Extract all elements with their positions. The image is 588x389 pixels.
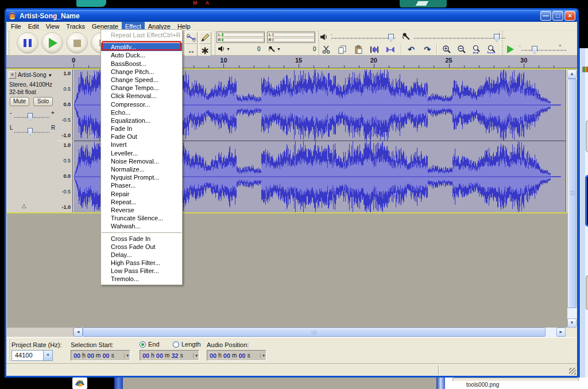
paste-button[interactable] xyxy=(351,44,365,55)
track-name-menu[interactable]: Artist-Song ▼ xyxy=(18,72,52,78)
input-meter-menu[interactable]: ▼ xyxy=(268,45,281,53)
draw-tool-button[interactable] xyxy=(199,32,211,44)
timeshift-tool-button[interactable]: ↔ xyxy=(185,44,198,57)
input-volume-slider[interactable] xyxy=(414,38,506,39)
copy-button[interactable] xyxy=(335,44,349,55)
combo-arrow-icon[interactable]: ▼ xyxy=(43,351,52,360)
timeline-ruler[interactable]: 051015202530 xyxy=(6,56,577,68)
radio-length-circle[interactable] xyxy=(173,341,179,348)
project-rate-combobox[interactable]: 44100 ▼ xyxy=(11,350,53,361)
zoom-fit-button[interactable] xyxy=(485,44,498,55)
pause-button[interactable] xyxy=(17,32,38,54)
menu-item-fade-out[interactable]: Fade Out xyxy=(101,133,182,141)
track-collapse-handle[interactable]: △ xyxy=(22,203,26,209)
resize-grip[interactable] xyxy=(569,368,576,375)
menu-effect[interactable]: Effect xyxy=(122,22,145,30)
radio-end[interactable]: End xyxy=(140,341,160,348)
menu-edit[interactable]: Edit xyxy=(25,22,42,30)
radio-end-circle[interactable] xyxy=(140,341,146,348)
menu-item-truncate-silence[interactable]: Truncate Silence... xyxy=(101,214,182,222)
maximize-button[interactable]: □ xyxy=(552,11,563,21)
vertical-scroll-thumb[interactable] xyxy=(567,79,577,308)
background-file-card[interactable] xyxy=(452,378,579,381)
toolbar-grip[interactable] xyxy=(214,32,216,55)
menu-item-auto-duck[interactable]: Auto Duck... xyxy=(101,51,182,59)
toolbar-grip[interactable] xyxy=(8,340,10,361)
scroll-down-button[interactable]: ▼ xyxy=(567,318,577,328)
menu-item-change-pitch[interactable]: Change Pitch... xyxy=(101,68,182,76)
menu-item-reverse[interactable]: Reverse xyxy=(101,206,182,214)
radio-length[interactable]: Length xyxy=(173,341,201,348)
output-meter-menu[interactable]: ▼ xyxy=(218,45,230,52)
menu-file[interactable]: File xyxy=(7,22,25,30)
zoom-to-selection-button[interactable] xyxy=(470,44,483,55)
menu-item-repair[interactable]: Repair xyxy=(101,190,182,198)
mute-button[interactable]: Mute xyxy=(10,97,29,106)
trim-button[interactable] xyxy=(368,44,381,55)
input-volume-thumb[interactable] xyxy=(494,34,500,42)
horizontal-scrollbar[interactable]: ◄ ► xyxy=(74,328,566,337)
menu-item-change-speed[interactable]: Change Speed... xyxy=(101,76,182,84)
gain-thumb[interactable] xyxy=(28,113,33,120)
selection-start-time[interactable]: 00h 00m 00s ▾ xyxy=(71,350,130,361)
menu-item-low-pass-filter[interactable]: Low Pass Filter... xyxy=(101,267,182,275)
audio-position-time[interactable]: 00h 00m 00s ▾ xyxy=(207,350,266,361)
menu-item-equalization[interactable]: Equalization... xyxy=(101,116,182,125)
play-speed-slider[interactable] xyxy=(521,50,566,51)
menu-item-phaser[interactable]: Phaser... xyxy=(101,181,182,189)
redo-button[interactable]: ↷ xyxy=(420,44,434,55)
menu-item-high-pass-filter[interactable]: High Pass Filter... xyxy=(101,259,182,267)
zoom-in-button[interactable] xyxy=(440,44,454,55)
menu-item-delay[interactable]: Delay... xyxy=(101,251,182,259)
vertical-ruler-left-channel[interactable]: 1.00.50.0-0.5-1.0 xyxy=(57,69,73,141)
menu-item-click-removal[interactable]: Click Removal... xyxy=(101,92,182,100)
menu-help[interactable]: Help xyxy=(174,22,194,30)
menu-item-fade-in[interactable]: Fade In xyxy=(101,125,182,133)
close-button[interactable]: × xyxy=(564,11,575,21)
menu-generate[interactable]: Generate xyxy=(88,22,122,30)
vertical-ruler-right-channel[interactable]: 1.00.50.0-0.5-1.0 xyxy=(57,141,73,212)
menu-item-change-tempo[interactable]: Change Tempo... xyxy=(101,84,182,92)
track-area-empty[interactable] xyxy=(7,213,567,328)
play-speed-thumb[interactable] xyxy=(532,46,537,54)
menu-item-wahwah[interactable]: Wahwah... xyxy=(101,222,182,230)
track-close-button[interactable]: × xyxy=(9,71,16,79)
background-file-label[interactable]: tools000.png xyxy=(466,382,499,388)
play-at-speed-button[interactable] xyxy=(504,44,517,55)
recording-meter[interactable]: L R xyxy=(267,32,315,43)
time-format-arrow-icon[interactable]: ▾ xyxy=(260,353,265,358)
cut-button[interactable] xyxy=(319,44,333,55)
menu-item-tremolo[interactable]: Tremolo... xyxy=(101,275,182,283)
titlebar[interactable]: Artist-Song_Name — □ × xyxy=(6,10,577,22)
zoom-out-button[interactable] xyxy=(455,44,469,55)
stop-button[interactable] xyxy=(66,32,88,54)
time-format-arrow-icon[interactable]: ▾ xyxy=(193,353,198,358)
output-volume-slider[interactable] xyxy=(331,38,396,39)
menu-item-echo[interactable]: Echo... xyxy=(101,108,182,116)
horizontal-scroll-thumb[interactable] xyxy=(83,328,546,337)
playback-meter[interactable]: L R xyxy=(216,32,265,43)
menu-item-normalize[interactable]: Normalize... xyxy=(101,165,182,173)
menu-analyze[interactable]: Analyze xyxy=(145,22,174,30)
menu-tracks[interactable]: Tracks xyxy=(63,22,88,30)
output-volume-thumb[interactable] xyxy=(388,34,394,42)
selection-end-time[interactable]: 00h 00m 32s ▾ xyxy=(140,350,199,361)
menu-item-compressor[interactable]: Compressor... xyxy=(101,100,182,108)
menu-item-leveller[interactable]: Leveller... xyxy=(101,149,182,157)
scroll-up-button[interactable]: ▲ xyxy=(567,69,577,79)
menu-item-cross-fade-in[interactable]: Cross Fade In xyxy=(101,235,182,243)
time-format-arrow-icon[interactable]: ▾ xyxy=(124,353,129,358)
pan-thumb[interactable] xyxy=(28,128,33,135)
menu-item-repeat[interactable]: Repeat... xyxy=(101,198,182,206)
vertical-scrollbar[interactable]: ▲ ▼ xyxy=(567,69,577,328)
menu-item-nyquist-prompt[interactable]: Nyquist Prompt... xyxy=(101,173,182,181)
solo-button[interactable]: Solo xyxy=(33,97,53,106)
undo-button[interactable]: ↶ xyxy=(404,44,418,55)
silence-button[interactable] xyxy=(384,44,397,55)
multi-tool-button[interactable]: ∗ xyxy=(199,44,211,57)
toolbar-grip[interactable] xyxy=(7,32,10,55)
menu-item-cross-fade-out[interactable]: Cross Fade Out xyxy=(101,243,182,251)
menu-item-invert[interactable]: Invert xyxy=(101,141,182,149)
desktop-icon[interactable] xyxy=(72,378,87,389)
minimize-button[interactable]: — xyxy=(540,11,551,21)
